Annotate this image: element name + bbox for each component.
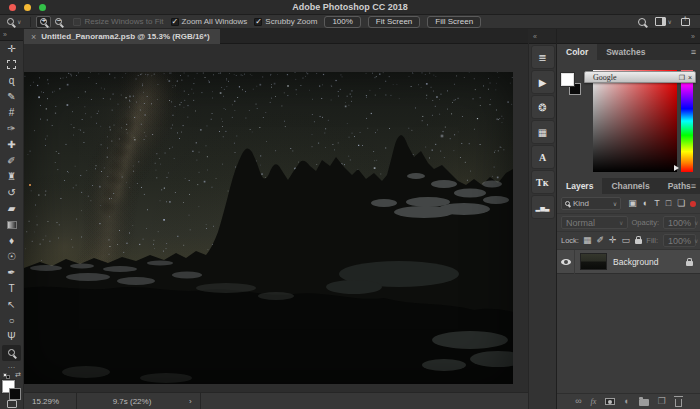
actions-panel[interactable]: ▶	[531, 70, 555, 94]
google-floating-window[interactable]: Google ❐ ×	[584, 71, 696, 83]
properties-panel[interactable]: ≣	[531, 45, 555, 69]
layer-visibility-toggle[interactable]	[557, 250, 575, 274]
document-image[interactable]	[24, 72, 513, 384]
adjustment-layer-icon[interactable]: ◐	[624, 397, 629, 406]
status-zoom-level[interactable]: 15.29%	[32, 397, 76, 406]
hand-tool[interactable]: Ψ	[0, 329, 23, 345]
layers-empty-area[interactable]	[557, 274, 700, 393]
new-layer-icon[interactable]: ❐	[658, 397, 666, 406]
zoom-in-icon: +	[40, 18, 47, 25]
edit-toolbar-button[interactable]: …	[0, 361, 23, 371]
scrubby-zoom-checkbox[interactable]: Scrubby Zoom	[254, 17, 317, 26]
filter-type-layers-icon[interactable]: T	[654, 199, 660, 208]
hue-slider[interactable]	[681, 70, 693, 172]
foreground-color-swatch[interactable]	[561, 73, 574, 86]
lasso-tool[interactable]: ɋ	[0, 73, 23, 89]
options-bar: ∨ + − Resize Windows to Fit Zoom All Win…	[0, 15, 700, 29]
add-mask-icon[interactable]	[605, 398, 615, 405]
pen-tool[interactable]: ✒	[0, 265, 23, 281]
zoom-tool[interactable]	[2, 345, 21, 361]
tab-layers[interactable]: Layers	[557, 178, 602, 194]
link-layers-icon[interactable]: ∞	[575, 397, 581, 406]
status-menu-arrow[interactable]: ›	[189, 397, 192, 406]
toolbar-collapse-chevron[interactable]: »	[0, 29, 23, 41]
quick-selection-tool[interactable]: ✎	[0, 89, 23, 105]
close-icon[interactable]: ×	[688, 74, 692, 81]
blend-mode-select[interactable]: Normal ∨	[561, 216, 628, 229]
adjustments-panel[interactable]: ❂	[531, 95, 555, 119]
zoom-100-button[interactable]: 100%	[324, 16, 360, 28]
panel-menu-icon[interactable]: ≡	[691, 47, 696, 57]
share-icon[interactable]	[681, 18, 690, 26]
clone-source-panel[interactable]: ▦	[531, 120, 555, 144]
fill-screen-button[interactable]: Fill Screen	[427, 16, 481, 28]
dock-icons: ≣▶❂▦ATᴋ▂▅▃	[529, 44, 556, 219]
zoom-in-button[interactable]: +	[36, 16, 51, 28]
canvas-pasteboard[interactable]	[24, 44, 528, 392]
zoom-out-button[interactable]: −	[51, 16, 66, 28]
lock-transparency-icon[interactable]: ▦	[583, 236, 592, 245]
filter-smart-objects-icon[interactable]: ❏	[677, 199, 685, 208]
histogram-panel[interactable]: ▂▅▃	[531, 195, 555, 219]
dock-expand-chevron[interactable]: «	[529, 29, 556, 44]
lock-position-icon[interactable]: ✛	[609, 236, 617, 245]
layers-panel-tabs: Layers Channels Paths ≡	[557, 178, 700, 194]
document-tab[interactable]: × Untitled_Panorama2.psb @ 15.3% (RGB/16…	[24, 29, 220, 44]
delete-layer-icon[interactable]	[675, 399, 682, 407]
fill-value[interactable]: 100% ∨	[663, 234, 696, 247]
gradient-tool[interactable]	[0, 217, 23, 233]
layer-thumbnail[interactable]	[580, 253, 607, 270]
hue-slider-arrow-icon[interactable]	[674, 165, 679, 171]
tab-color[interactable]: Color	[557, 44, 597, 60]
opacity-value[interactable]: 100% ∨	[663, 216, 696, 229]
brush-tool[interactable]: ✐	[0, 153, 23, 169]
background-color-swatch[interactable]	[9, 388, 21, 400]
screen-mode-button[interactable]	[0, 400, 23, 409]
type-tool[interactable]: T	[0, 281, 23, 297]
lock-icons: ▦✐✛▭	[583, 236, 642, 246]
eraser-tool[interactable]: ▰	[0, 201, 23, 217]
layer-style-icon[interactable]: fx	[591, 397, 597, 406]
tool-preset-dropdown[interactable]: ∨	[7, 18, 21, 25]
checkbox-icon	[171, 18, 179, 26]
search-icon[interactable]	[638, 18, 646, 26]
filter-toggle-icon[interactable]	[690, 201, 696, 207]
lock-all-icon[interactable]	[635, 236, 642, 246]
default-colors-icon[interactable]	[3, 373, 10, 379]
panel-menu-icon[interactable]: ≡	[691, 181, 696, 191]
chevron-down-icon: ∨	[619, 220, 623, 226]
filter-pixel-layers-icon[interactable]: ▣	[628, 199, 637, 208]
blur-tool[interactable]: ♦	[0, 233, 23, 249]
spot-healing-brush-tool[interactable]: ✚	[0, 137, 23, 153]
rectangular-marquee-tool[interactable]	[0, 57, 23, 73]
character-panel[interactable]: A	[531, 145, 555, 169]
shape-tool[interactable]: ○	[0, 313, 23, 329]
workspace-switcher[interactable]: ∨	[655, 17, 672, 26]
lock-image-icon[interactable]: ✐	[596, 236, 604, 245]
move-tool[interactable]: ✛	[0, 41, 23, 57]
zoom-all-windows-checkbox[interactable]: Zoom All Windows	[171, 17, 248, 26]
new-group-icon[interactable]	[639, 399, 649, 406]
saturation-brightness-field[interactable]	[593, 70, 677, 172]
dodge-tool[interactable]: ☉	[0, 249, 23, 265]
crop-tool[interactable]: #	[0, 105, 23, 121]
swap-colors-icon[interactable]: ⇄	[15, 371, 21, 379]
clone-stamp-tool[interactable]: ♜	[0, 169, 23, 185]
history-brush-tool[interactable]: ↺	[0, 185, 23, 201]
path-selection-tool[interactable]: ↖	[0, 297, 23, 313]
maximize-icon[interactable]: ❐	[679, 74, 685, 81]
google-window-title: Google	[593, 73, 617, 82]
filter-adjustment-layers-icon[interactable]: ◐	[643, 199, 648, 208]
filter-shape-layers-icon[interactable]: □	[666, 199, 671, 208]
eyedropper-tool[interactable]: ✑	[0, 121, 23, 137]
panels-collapse-chevron[interactable]: »	[557, 29, 700, 44]
fit-screen-button[interactable]: Fit Screen	[368, 16, 420, 28]
lock-artboard-icon[interactable]: ▭	[622, 236, 631, 245]
filter-kind-dropdown[interactable]: Kind ∨	[561, 197, 621, 210]
tab-swatches[interactable]: Swatches	[597, 44, 654, 60]
window-title: Adobe Photoshop CC 2018	[0, 2, 700, 12]
close-tab-icon[interactable]: ×	[31, 32, 36, 42]
layer-row-background[interactable]: Background	[557, 250, 700, 274]
tab-channels[interactable]: Channels	[602, 178, 658, 194]
tk-actions-panel[interactable]: Tᴋ	[531, 170, 555, 194]
